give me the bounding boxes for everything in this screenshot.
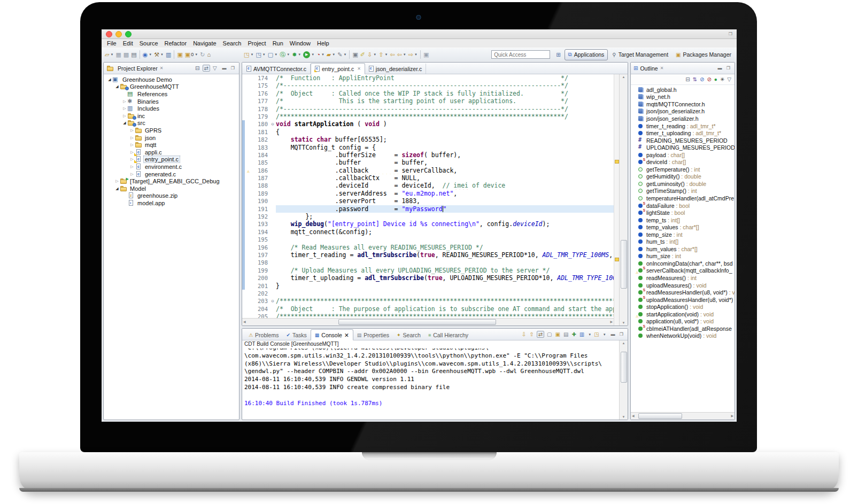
tree-item[interactable]: ◢src [105, 120, 239, 127]
outline-item[interactable]: temperatureHandler(adl_atCmdPre [638, 195, 735, 202]
console-tab-search[interactable]: ✦Search [393, 330, 424, 340]
editor-tab-AVMQTTConnector.c[interactable]: cAVMQTTConnector.c [243, 64, 311, 74]
outline-item[interactable]: temp_ts : int[] [638, 216, 735, 224]
outline-item[interactable]: uploadMeasures() : void [638, 282, 735, 289]
tree-item[interactable]: ▷GPRS [105, 127, 239, 134]
tree-item[interactable]: ▷inc [105, 112, 239, 120]
outline-item[interactable]: payload : char[] [638, 151, 735, 159]
console-tab-properties[interactable]: ▤Properties [353, 330, 393, 340]
remove-launch-icon[interactable]: ▤ [563, 331, 569, 337]
editor-horizontal-scrollbar[interactable]: ◀ ▶ [242, 318, 614, 325]
new-app-project-button[interactable]: ◳▼ [254, 50, 266, 59]
run-button[interactable]: ▶▼ [302, 50, 315, 59]
outline-item[interactable]: temp_size : int [638, 231, 735, 238]
collapse-arrow-icon[interactable]: ◢ [114, 187, 120, 191]
new-c-file-button[interactable]: ▢▼ [267, 50, 279, 59]
outline-item[interactable]: getHumidity() : double [638, 173, 735, 181]
sort-icon[interactable]: ⇅ [693, 76, 697, 82]
menu-project[interactable]: Project [244, 40, 269, 46]
hscroll-thumb[interactable] [638, 413, 682, 419]
outline-item[interactable]: getLuminosity() : double [638, 180, 735, 188]
outline-item[interactable]: temp_values : char*[] [638, 223, 735, 231]
outline-item[interactable]: timer_t_uploading : adl_tmr_t* [638, 129, 735, 137]
expand-arrow-icon[interactable]: ▷ [129, 128, 135, 133]
scroll-lock-icon[interactable]: ⇄ [537, 331, 544, 338]
hscroll-thumb[interactable] [338, 319, 496, 325]
expand-arrow-icon[interactable]: ▷ [129, 143, 135, 147]
tree-item[interactable]: ▷centry_point.c [105, 156, 239, 164]
view-menu-icon[interactable]: ▽ [212, 65, 218, 71]
packages-count-button[interactable]: ▣0▼ [184, 50, 199, 59]
mark-occurrences-button[interactable]: ▣ [351, 50, 359, 59]
editor-vertical-scrollbar[interactable]: ▲ ▼ [619, 74, 628, 325]
console-tab-call-hierarchy[interactable]: ≡Call Hierarchy [424, 330, 472, 340]
last-edit-location-button[interactable]: ⇦ [389, 50, 396, 59]
filters-icon[interactable]: ✳ [720, 76, 724, 82]
collapse-arrow-icon[interactable]: ◢ [122, 121, 127, 125]
console-tab-tasks[interactable]: ✔Tasks [282, 330, 310, 340]
clear-console-icon[interactable]: ▣ [554, 331, 560, 337]
outline-item[interactable]: SdataFailure : bool [638, 202, 735, 210]
prev-output-icon[interactable]: ⇧ [529, 331, 534, 337]
back-button[interactable]: ⇦▼ [396, 50, 407, 59]
tree-item[interactable]: ▷▶[Target]_ARM_EABI_GCC_Debug [105, 177, 239, 185]
tree-item[interactable]: ▷cappli.c [105, 149, 239, 156]
menu-source[interactable]: Source [136, 40, 161, 46]
outline-item[interactable]: getTemperature() : int [638, 166, 735, 173]
outline-item[interactable]: stopApplication() : void [638, 303, 735, 311]
save-all-button[interactable]: ▩ [122, 50, 130, 59]
manage-configs-button[interactable]: ▥ [165, 50, 172, 59]
minimize-maximize-icons[interactable]: ▬ ❐ [611, 332, 625, 337]
tree-item[interactable]: ▪model.app [105, 199, 239, 207]
outline-item[interactable]: SreadMeasuresHandler(u8, void*) : void [638, 289, 735, 296]
open-element-button[interactable]: ▰▼ [326, 50, 336, 59]
outline-item[interactable]: adl_global.h [638, 86, 735, 94]
vscroll-thumb[interactable] [621, 352, 627, 383]
hide-static-icon[interactable]: ⊘ [707, 76, 711, 82]
pin-editor-button[interactable]: ▣ [422, 50, 430, 59]
console-tab-console[interactable]: ▦Console✕ [311, 329, 353, 340]
next-output-icon[interactable]: ⇩ [521, 331, 527, 337]
close-view-icon[interactable]: ✕ [160, 66, 164, 71]
code-editor[interactable]: 174/* Function : AppliEntryPoint */175/*… [242, 74, 614, 318]
close-window-button[interactable] [106, 31, 112, 37]
pin-console-icon[interactable]: ▢ [546, 331, 552, 337]
console-vertical-scrollbar[interactable]: ▲ ▼ [619, 340, 628, 420]
outline-item[interactable]: SuploadMeasuresHandler(u8, void*) [638, 296, 735, 304]
tree-item[interactable]: ▷cenvironment.c [105, 163, 239, 170]
new-button[interactable]: ▱▼ [104, 50, 114, 59]
expand-arrow-icon[interactable]: ▷ [122, 106, 127, 111]
tree-item[interactable]: ▷mqtt [105, 141, 239, 149]
prev-annotation-button[interactable]: ⇧▼ [377, 50, 389, 59]
outline-item[interactable]: #READING_MESURES_PERIOD [638, 137, 735, 144]
save-button[interactable]: ▦ [114, 50, 122, 59]
editor-tab-json_deserializer.c[interactable]: cjson_deserializer.c [365, 64, 426, 74]
outline-item[interactable]: SdeviceId : char[] [638, 158, 735, 166]
outline-item[interactable]: application(u8, void*) : void [638, 318, 735, 325]
quick-access-input[interactable] [491, 50, 550, 59]
outline-item[interactable]: S⚠serverCallback(mqtt_callbackInfo_ [638, 267, 735, 275]
outline-item[interactable]: timer_t_reading : adl_tmr_t* [638, 122, 735, 130]
collapse-all-icon[interactable]: ⊟ [685, 76, 690, 82]
collapse-arrow-icon[interactable]: ◢ [107, 77, 112, 82]
tree-item[interactable]: zgreenhouse.zip [105, 192, 239, 200]
link-with-editor-icon[interactable]: ⇄ [203, 65, 210, 72]
warning-mark[interactable] [615, 160, 619, 164]
console-output[interactable]: "C:\\Program Files (x86)\\Sierra Wireles… [242, 348, 619, 420]
expand-arrow-icon[interactable]: ▷ [129, 136, 135, 140]
outline-item[interactable]: getTimeStamp() : int [638, 188, 735, 195]
project-tree[interactable]: ◢▣Greenhouse Demo◢GreenhouseMQTT▤Referen… [104, 74, 239, 420]
close-tab-icon[interactable]: ✕ [344, 332, 349, 338]
menu-edit[interactable]: Edit [120, 40, 136, 46]
outline-item[interactable]: mqtt/MQTTConnector.h [638, 100, 735, 108]
home-button[interactable]: ⌂ [206, 50, 212, 59]
editor-tab-entry_point.c[interactable]: centry_point.c✕ [311, 63, 365, 74]
menu-search[interactable]: Search [220, 40, 245, 46]
outline-horizontal-scrollbar[interactable]: ◀ ▶ [631, 412, 735, 420]
outline-item[interactable]: hum_ts : int[] [638, 238, 735, 245]
outline-item[interactable]: whenNetworkUp(void) : void [638, 332, 735, 340]
new-target-project-button[interactable]: ◳▼ [243, 50, 254, 59]
menu-help[interactable]: Help [314, 40, 333, 46]
menu-navigate[interactable]: Navigate [190, 40, 219, 46]
window-restore-icon[interactable]: ❒ [729, 32, 732, 36]
